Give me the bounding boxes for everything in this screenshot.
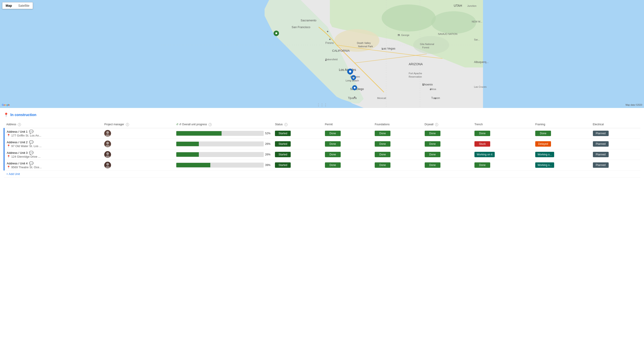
comment-icon[interactable]: 💬 — [29, 161, 34, 166]
svg-point-64 — [106, 131, 109, 134]
add-unit-button[interactable]: + Add Unit — [4, 170, 640, 177]
progress-bar — [176, 152, 264, 157]
status-cell[interactable]: Started — [273, 160, 322, 170]
location-pin-icon: 📍 — [7, 134, 10, 137]
framing-cell[interactable]: Done — [533, 128, 590, 139]
trench-cell[interactable]: Working on it — [472, 149, 533, 160]
table-header-row: Address i Project manager i ↺ ↺ Overall … — [4, 121, 640, 128]
map-container: Map Satellite Sacramento San Francisco F… — [0, 0, 644, 108]
map-drag-handle[interactable]: ⋮⋮⋮ — [315, 102, 329, 108]
foundations-cell[interactable]: Done — [372, 139, 422, 149]
trench-badge: Done — [474, 162, 490, 168]
drywall-info-icon[interactable]: i — [435, 123, 438, 126]
svg-point-4 — [382, 4, 436, 31]
progress-percentage: 39% — [265, 164, 270, 167]
drywall-badge: Done — [425, 131, 440, 136]
progress-cell: 52% — [174, 128, 273, 139]
trench-cell[interactable]: Stuck — [472, 139, 533, 149]
svg-text:Fort Apache: Fort Apache — [409, 72, 422, 75]
permit-cell[interactable]: Done — [323, 149, 372, 160]
map-tab-button[interactable]: Map — [2, 2, 15, 9]
avatar — [104, 162, 111, 169]
trench-cell[interactable]: Done — [472, 128, 533, 139]
permit-cell[interactable]: Done — [323, 128, 372, 139]
address-unit-label: Address / Unit 4 — [7, 162, 28, 165]
avatar — [104, 130, 111, 137]
svg-point-58 — [423, 84, 424, 86]
foundations-cell[interactable]: Done — [372, 149, 422, 160]
location-pin-icon: 📍 — [7, 166, 10, 169]
address-info-icon[interactable]: i — [18, 123, 21, 126]
progress-bar-fill — [176, 131, 222, 136]
address-location-text: 9569 Theatre St. Oce... — [11, 166, 42, 169]
project-manager-cell — [102, 139, 174, 149]
drywall-badge: Done — [425, 152, 440, 157]
svg-point-7 — [334, 29, 380, 52]
project-manager-cell — [102, 128, 174, 139]
drywall-cell[interactable]: Done — [422, 139, 472, 149]
progress-percentage: 52% — [265, 132, 270, 135]
svg-point-61 — [398, 34, 400, 35]
progress-cell: 39% — [174, 160, 273, 170]
framing-badge: Done — [535, 131, 551, 136]
svg-text:San Francisco: San Francisco — [292, 25, 310, 29]
map-toggle[interactable]: Map Satellite — [2, 2, 33, 9]
avatar — [104, 141, 111, 147]
comment-icon[interactable]: 💬 — [29, 130, 34, 134]
status-badge: Started — [275, 152, 291, 157]
address-cell: Address / Unit 4 💬 📍 9569 Theatre St. Oc… — [4, 160, 102, 170]
address-cell: Address / Unit 1 💬 📍 177 Griffin St. Los… — [4, 128, 102, 139]
electrical-badge: Planned — [593, 152, 609, 157]
foundations-badge: Done — [375, 131, 390, 136]
status-cell[interactable]: Started — [273, 139, 322, 149]
trench-cell[interactable]: Done — [472, 160, 533, 170]
status-cell[interactable]: Started — [273, 149, 322, 160]
framing-cell[interactable]: Delayed — [533, 139, 590, 149]
project-manager-cell — [102, 160, 174, 170]
satellite-tab-button[interactable]: Satellite — [15, 2, 33, 9]
svg-text:Forest: Forest — [422, 46, 429, 49]
electrical-cell[interactable]: Planned — [591, 128, 640, 139]
status-info-icon[interactable]: i — [284, 123, 288, 126]
electrical-cell[interactable]: Planned — [591, 139, 640, 149]
th-project-manager: Project manager i — [102, 121, 174, 128]
foundations-cell[interactable]: Done — [372, 160, 422, 170]
svg-point-73 — [106, 163, 109, 166]
svg-text:NAVAJO NATION: NAVAJO NATION — [438, 33, 457, 35]
pm-info-icon[interactable]: i — [126, 123, 129, 126]
svg-text:Junction: Junction — [467, 4, 476, 7]
svg-text:NEW M...: NEW M... — [472, 20, 482, 23]
table-row: Address / Unit 4 💬 📍 9569 Theatre St. Oc… — [4, 160, 640, 170]
progress-cell: 26% — [174, 149, 273, 160]
location-pin-icon: 📍 — [7, 155, 10, 158]
comment-icon[interactable]: 💬 — [29, 140, 34, 144]
address-location-text: 97 Old Water St. Los ... — [11, 144, 42, 148]
svg-text:Phoenix: Phoenix — [422, 83, 433, 86]
electrical-cell[interactable]: Planned — [591, 160, 640, 170]
drywall-cell[interactable]: Done — [422, 128, 472, 139]
add-unit-row[interactable]: + Add Unit — [4, 170, 640, 177]
drywall-cell[interactable]: Done — [422, 160, 472, 170]
svg-text:Las Cruces: Las Cruces — [474, 85, 486, 88]
progress-bar — [176, 163, 264, 168]
address-unit-label: Address / Unit 2 — [7, 141, 28, 144]
framing-cell[interactable]: Working o... — [533, 149, 590, 160]
permit-cell[interactable]: Done — [323, 160, 372, 170]
svg-point-70 — [106, 152, 109, 155]
svg-text:Bakersfield: Bakersfield — [326, 58, 338, 61]
status-cell[interactable]: Started — [273, 128, 322, 139]
framing-badge: Working o... — [535, 162, 554, 168]
permit-cell[interactable]: Done — [323, 139, 372, 149]
progress-info-icon[interactable]: i — [208, 123, 212, 126]
svg-text:Sar...: Sar... — [474, 38, 480, 41]
svg-text:Fresno: Fresno — [326, 41, 334, 44]
electrical-cell[interactable]: Planned — [591, 149, 640, 160]
comment-icon[interactable]: 💬 — [29, 151, 34, 155]
svg-text:CALIFORNIA: CALIFORNIA — [332, 49, 350, 52]
permit-badge: Done — [325, 162, 341, 168]
electrical-badge: Planned — [593, 131, 609, 136]
progress-bar — [176, 131, 264, 136]
foundations-cell[interactable]: Done — [372, 128, 422, 139]
drywall-cell[interactable]: Done — [422, 149, 472, 160]
framing-cell[interactable]: Working o... — [533, 160, 590, 170]
